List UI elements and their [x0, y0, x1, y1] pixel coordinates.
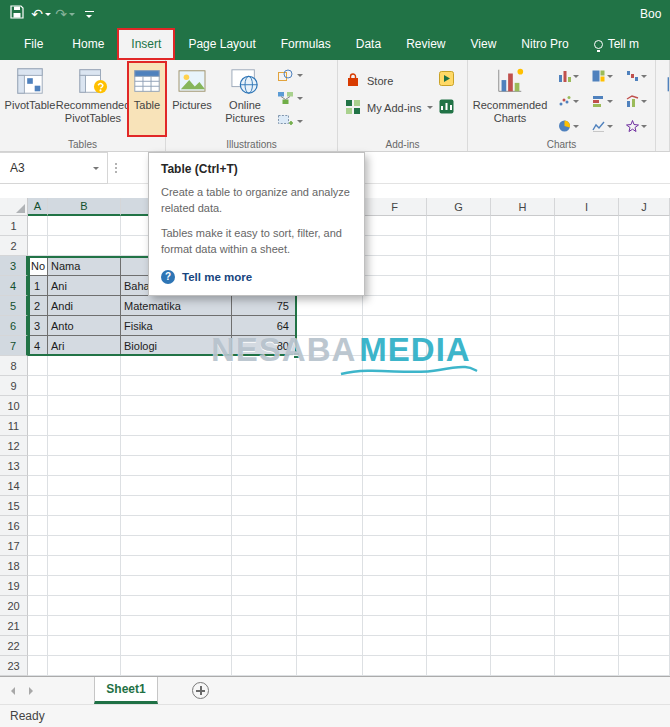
cell-G21[interactable]: [427, 616, 491, 636]
cell-G9[interactable]: [427, 376, 491, 396]
row-header-1[interactable]: 1: [0, 216, 28, 236]
cell-H1[interactable]: [491, 216, 555, 236]
cell-D20[interactable]: [232, 596, 297, 616]
cell-H15[interactable]: [491, 496, 555, 516]
cell-C22[interactable]: [121, 636, 232, 656]
formula-bar-resize-handle[interactable]: [108, 152, 124, 184]
cell-A7[interactable]: 4: [28, 336, 48, 356]
cell-E23[interactable]: [297, 656, 363, 676]
cell-H12[interactable]: [491, 436, 555, 456]
cell-J10[interactable]: [619, 396, 670, 416]
cell-I19[interactable]: [555, 576, 619, 596]
cell-H23[interactable]: [491, 656, 555, 676]
cell-F10[interactable]: [363, 396, 427, 416]
cell-H5[interactable]: [491, 296, 555, 316]
cell-J7[interactable]: [619, 336, 670, 356]
cell-B16[interactable]: [48, 516, 121, 536]
row-header-2[interactable]: 2: [0, 236, 28, 256]
row-header-20[interactable]: 20: [0, 596, 28, 616]
cell-G17[interactable]: [427, 536, 491, 556]
waterfall-chart-button[interactable]: [619, 64, 653, 89]
cell-B5[interactable]: Andi: [48, 296, 121, 316]
cell-F3[interactable]: [363, 256, 427, 276]
cell-J17[interactable]: [619, 536, 670, 556]
cell-B11[interactable]: [48, 416, 121, 436]
cell-B10[interactable]: [48, 396, 121, 416]
cell-J23[interactable]: [619, 656, 670, 676]
cell-J20[interactable]: [619, 596, 670, 616]
cell-E18[interactable]: [297, 556, 363, 576]
tab-page-layout[interactable]: Page Layout: [176, 28, 267, 60]
cell-B23[interactable]: [48, 656, 121, 676]
cell-A22[interactable]: [28, 636, 48, 656]
cell-D18[interactable]: [232, 556, 297, 576]
cell-G11[interactable]: [427, 416, 491, 436]
row-header-19[interactable]: 19: [0, 576, 28, 596]
cell-F9[interactable]: [363, 376, 427, 396]
cell-I20[interactable]: [555, 596, 619, 616]
cell-D6[interactable]: 64: [232, 316, 297, 336]
cell-B13[interactable]: [48, 456, 121, 476]
cell-I16[interactable]: [555, 516, 619, 536]
cell-E14[interactable]: [297, 476, 363, 496]
row-header-14[interactable]: 14: [0, 476, 28, 496]
cell-G6[interactable]: [427, 316, 491, 336]
tab-file[interactable]: File: [8, 28, 59, 60]
cell-J8[interactable]: [619, 356, 670, 376]
cell-C16[interactable]: [121, 516, 232, 536]
cell-H19[interactable]: [491, 576, 555, 596]
cell-D7[interactable]: 80: [232, 336, 297, 356]
cell-G15[interactable]: [427, 496, 491, 516]
cell-C10[interactable]: [121, 396, 232, 416]
screenshot-button[interactable]: [273, 110, 308, 133]
table-button[interactable]: Table: [127, 61, 167, 137]
tab-formulas[interactable]: Formulas: [269, 28, 343, 60]
tab-insert[interactable]: Insert: [117, 28, 175, 60]
row-header-6[interactable]: 6: [0, 316, 28, 336]
cell-F15[interactable]: [363, 496, 427, 516]
cell-E7[interactable]: [297, 336, 363, 356]
cell-D11[interactable]: [232, 416, 297, 436]
cell-B3[interactable]: Nama: [48, 256, 121, 276]
redo-button[interactable]: ↷: [53, 2, 77, 26]
row-header-7[interactable]: 7: [0, 336, 28, 356]
row-header-16[interactable]: 16: [0, 516, 28, 536]
cell-J15[interactable]: [619, 496, 670, 516]
cell-B14[interactable]: [48, 476, 121, 496]
cell-C5[interactable]: Matematika: [121, 296, 232, 316]
next-sheet-button[interactable]: [22, 677, 44, 704]
row-header-15[interactable]: 15: [0, 496, 28, 516]
cell-H7[interactable]: [491, 336, 555, 356]
cell-F5[interactable]: [363, 296, 427, 316]
cell-C23[interactable]: [121, 656, 232, 676]
row-header-17[interactable]: 17: [0, 536, 28, 556]
column-chart-button[interactable]: [551, 64, 585, 89]
cell-H3[interactable]: [491, 256, 555, 276]
cell-C21[interactable]: [121, 616, 232, 636]
cell-G19[interactable]: [427, 576, 491, 596]
cell-J1[interactable]: [619, 216, 670, 236]
cell-B2[interactable]: [48, 236, 121, 256]
cell-I11[interactable]: [555, 416, 619, 436]
cell-I10[interactable]: [555, 396, 619, 416]
cell-G13[interactable]: [427, 456, 491, 476]
cell-F16[interactable]: [363, 516, 427, 536]
customize-quick-access-toolbar-button[interactable]: [77, 2, 101, 26]
cell-D16[interactable]: [232, 516, 297, 536]
cell-H9[interactable]: [491, 376, 555, 396]
cell-E12[interactable]: [297, 436, 363, 456]
cell-A13[interactable]: [28, 456, 48, 476]
cell-D13[interactable]: [232, 456, 297, 476]
cell-B19[interactable]: [48, 576, 121, 596]
cell-H6[interactable]: [491, 316, 555, 336]
row-header-3[interactable]: 3: [0, 256, 28, 276]
cell-A2[interactable]: [28, 236, 48, 256]
cell-A21[interactable]: [28, 616, 48, 636]
smartart-button[interactable]: [273, 87, 308, 110]
cell-H4[interactable]: [491, 276, 555, 296]
cell-F14[interactable]: [363, 476, 427, 496]
row-header-22[interactable]: 22: [0, 636, 28, 656]
my-addins-button[interactable]: My Add-ins: [339, 94, 439, 121]
cell-C20[interactable]: [121, 596, 232, 616]
cell-A6[interactable]: 3: [28, 316, 48, 336]
